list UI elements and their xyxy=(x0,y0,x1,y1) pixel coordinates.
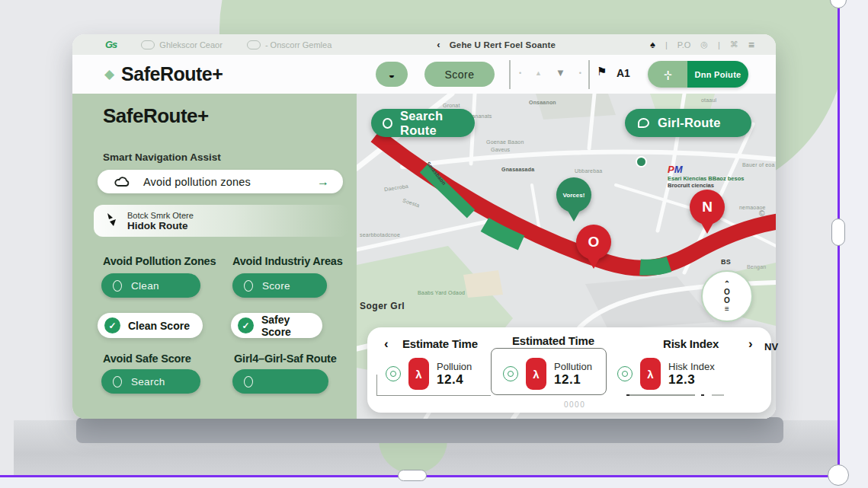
stat-label: Hisk Index xyxy=(668,361,715,372)
girl-route-label: Girl-Route xyxy=(658,116,721,130)
sidebar-subtitle: Smart Navigation Assist xyxy=(103,152,221,163)
chat-pin-icon xyxy=(638,118,649,128)
po-label[interactable]: P.O xyxy=(677,40,691,49)
pin-tail xyxy=(567,209,581,222)
street-label: Gaveus xyxy=(491,147,510,152)
data-points-button[interactable]: -¦- Dnn Poiute xyxy=(648,61,748,88)
check-icon: ✓ xyxy=(104,317,120,333)
stat-row-pollution-1[interactable]: λ Polluion 12.4 xyxy=(386,358,472,390)
action-label-girl-route: Girl4–Girl-Saf Route xyxy=(234,352,337,365)
zoom-glyph[interactable]: O xyxy=(724,288,730,296)
pin-tail xyxy=(587,257,601,269)
back-icon[interactable]: ‹ xyxy=(437,39,440,50)
tab-icon xyxy=(141,40,155,49)
sidebar: SafeRoute+ Smart Navigation Assist Avoid… xyxy=(72,94,357,419)
check-icon: ✓ xyxy=(238,317,254,333)
data-points-label: Dnn Poiute xyxy=(687,61,748,88)
notification-icon[interactable]: ♠ xyxy=(650,39,655,50)
poi-card: PM Esari Kiencias BBaoz besos Brocruit c… xyxy=(668,164,744,189)
nav-icon-group[interactable]: • ▲ ▼ • xyxy=(519,67,581,78)
map-pane[interactable]: Search Route Girl-Route Gronat Onsaanon … xyxy=(357,94,776,419)
toggle-label-industry: Avoid Industriy Areas xyxy=(232,255,343,267)
street-label: Goenae Baaon xyxy=(486,139,524,145)
search-button[interactable]: Search xyxy=(101,369,200,394)
pin-tail xyxy=(700,222,714,234)
browser-logo: Gs xyxy=(105,39,117,50)
map-pin-destination[interactable]: N xyxy=(690,190,725,234)
outline-icon xyxy=(113,376,122,388)
stat-value: 12.4 xyxy=(437,372,472,388)
clean-score-chip[interactable]: ✓ Clean Score xyxy=(98,313,203,338)
chevron-down-icon[interactable]: ▼ xyxy=(556,67,565,78)
navigation-arrow-icon xyxy=(103,211,121,231)
girl-route-action-button[interactable] xyxy=(232,369,328,394)
chevron-right-icon[interactable]: › xyxy=(748,336,753,352)
poi-line1: Esari Kiencias BBaoz besos xyxy=(668,175,744,182)
search-route-button[interactable]: Search Route xyxy=(371,109,475,137)
selection-handle-corner[interactable] xyxy=(828,464,849,486)
zoom-glyph[interactable]: ⌃ xyxy=(724,279,730,288)
safety-score-label: Safey Score xyxy=(261,314,322,338)
street-label: BS xyxy=(721,258,731,266)
selection-handle-bottom[interactable] xyxy=(398,470,427,481)
address-text[interactable]: Gehe U Rert Foel Soante xyxy=(450,40,556,49)
connector-line xyxy=(626,394,724,396)
lock-button[interactable]: ◒ xyxy=(376,62,408,87)
hazard-badge-icon: λ xyxy=(640,358,661,390)
route-list-item[interactable]: Botck Smrk Otere Hidok Route xyxy=(94,205,349,237)
pin-destination-letter: N xyxy=(702,199,713,215)
app-window: Gs Ghlekscor Ceaor - Onscorr Gemlea ‹ Ge… xyxy=(72,34,776,419)
map-pin-origin[interactable]: O xyxy=(576,225,611,269)
sidebar-title: SafeRoute+ xyxy=(103,104,209,128)
zoom-glyph[interactable]: O xyxy=(724,296,730,305)
section-title-estimate: Estimate Time xyxy=(402,337,478,350)
stat-row-risk[interactable]: λ Hisk Index 12.3 xyxy=(617,358,715,390)
section-title-estimated: Estimated Time xyxy=(512,334,594,347)
stat-row-pollution-2[interactable]: λ Pollution 12.1 xyxy=(503,358,592,390)
menu-icon[interactable]: ≡ xyxy=(748,39,754,51)
target-icon[interactable]: ◎ xyxy=(700,40,708,49)
browser-actions: ♠ | P.O ◎ | ⌘ ≡ xyxy=(650,34,754,55)
search-input[interactable]: Avoid pollution zones → xyxy=(98,170,343,193)
mini-marker[interactable] xyxy=(636,156,647,167)
chevron-up-icon[interactable]: ▲ xyxy=(535,69,542,77)
canvas-margin-right xyxy=(840,0,868,488)
app-header: ◆ SafeRoute+ ◒ Score • ▲ ▼ • ⚑ A1 -¦- Dn… xyxy=(72,55,776,94)
street-label: Onsaanon xyxy=(529,100,556,105)
browser-tab-2[interactable]: - Onscorr Gemlea xyxy=(247,40,332,49)
street-label: otaaul xyxy=(701,97,716,103)
score-button[interactable]: Score xyxy=(424,62,495,87)
arrow-right-icon[interactable]: → xyxy=(317,175,329,189)
pin-green-label: Vorces! xyxy=(563,192,585,199)
map-watermark: Soger Grl xyxy=(360,301,405,311)
pin-origin-letter: O xyxy=(588,234,600,250)
zoom-glyph[interactable]: ≡ xyxy=(725,305,729,313)
street-label: Bauer of eoa xyxy=(742,162,775,167)
chevron-left-icon[interactable]: ‹ xyxy=(384,336,389,352)
street-label: Bengan xyxy=(747,264,766,270)
score-button-sidebar[interactable]: Score xyxy=(232,273,327,298)
girl-route-button[interactable]: Girl-Route xyxy=(625,109,751,137)
pin-icon xyxy=(383,118,392,129)
clean-button[interactable]: Clean xyxy=(101,273,200,298)
map-pin-green[interactable]: Vorces! xyxy=(556,177,591,222)
flag-icon[interactable]: ⚑ xyxy=(597,65,607,78)
route-item-text: Botck Smrk Otere Hidok Route xyxy=(127,211,194,231)
browser-tab-1[interactable]: Ghlekscor Ceaor xyxy=(141,40,223,49)
copyright-icon: © xyxy=(759,209,764,218)
safety-score-chip[interactable]: ✓ Safey Score xyxy=(231,313,322,338)
route-item-line1: Botck Smrk Otere xyxy=(127,211,194,220)
selection-handle-right[interactable] xyxy=(831,218,845,246)
hazard-badge-icon: λ xyxy=(526,358,546,390)
zoom-control[interactable]: ⌃ O O ≡ xyxy=(701,270,753,322)
poi-logo: PM xyxy=(668,164,744,175)
stat-value: 12.3 xyxy=(668,372,715,388)
crosshair-icon[interactable]: -¦- xyxy=(648,61,687,88)
diamond-icon: ◆ xyxy=(104,66,114,82)
search-button-label: Search xyxy=(131,376,165,388)
command-icon[interactable]: ⌘ xyxy=(730,40,738,49)
tab-label: Ghlekscor Ceaor xyxy=(159,40,223,49)
score-button-label: Score xyxy=(262,280,290,292)
eco-icon xyxy=(386,366,401,381)
divider: | xyxy=(718,40,720,49)
